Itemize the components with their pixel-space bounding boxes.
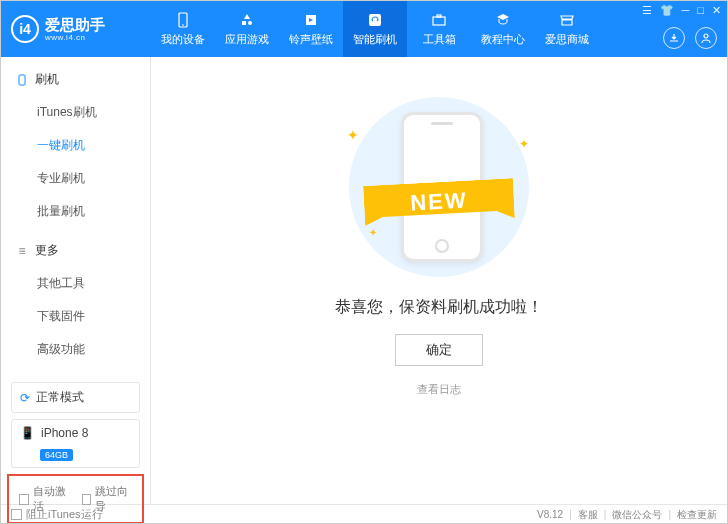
toolbox-icon xyxy=(430,11,448,29)
nav-label: 铃声壁纸 xyxy=(289,32,333,47)
flash-icon xyxy=(366,11,384,29)
tutorial-icon xyxy=(494,11,512,29)
settings-icon[interactable]: ☰ xyxy=(642,4,652,17)
nav-flash[interactable]: 智能刷机 xyxy=(343,1,407,57)
app-name: 爱思助手 xyxy=(45,17,105,32)
store-icon xyxy=(558,11,576,29)
content-area: ✦ ✦ ✦ NEW 恭喜您，保资料刷机成功啦！ 确定 查看日志 xyxy=(151,57,727,504)
nav-tutorial[interactable]: 教程中心 xyxy=(471,1,535,57)
sidebar-item-itunes-flash[interactable]: iTunes刷机 xyxy=(1,96,150,129)
app-logo: i4 爱思助手 www.i4.cn xyxy=(1,15,151,43)
sidebar-item-oneclick-flash[interactable]: 一键刷机 xyxy=(1,129,150,162)
phone-icon xyxy=(15,73,29,87)
top-nav: 我的设备 应用游戏 铃声壁纸 智能刷机 工具箱 教程中心 爱思商城 xyxy=(151,1,599,57)
svg-point-1 xyxy=(182,24,184,26)
nav-store[interactable]: 爱思商城 xyxy=(535,1,599,57)
logo-icon: i4 xyxy=(11,15,39,43)
nav-label: 应用游戏 xyxy=(225,32,269,47)
nav-label: 工具箱 xyxy=(423,32,456,47)
minimize-icon[interactable]: ─ xyxy=(682,4,690,17)
nav-toolbox[interactable]: 工具箱 xyxy=(407,1,471,57)
main-area: 刷机 iTunes刷机 一键刷机 专业刷机 批量刷机 ≡ 更多 其他工具 下载固… xyxy=(1,57,727,504)
sidebar-item-pro-flash[interactable]: 专业刷机 xyxy=(1,162,150,195)
success-illustration: ✦ ✦ ✦ NEW xyxy=(329,97,549,277)
svg-rect-7 xyxy=(19,75,25,85)
header: i4 爱思助手 www.i4.cn 我的设备 应用游戏 铃声壁纸 智能刷机 工具… xyxy=(1,1,727,57)
user-button[interactable] xyxy=(695,27,717,49)
device-icon xyxy=(174,11,192,29)
sidebar-item-advanced[interactable]: 高级功能 xyxy=(1,333,150,366)
close-icon[interactable]: ✕ xyxy=(712,4,721,17)
sidebar-section-more: ≡ 更多 xyxy=(1,238,150,263)
nav-label: 教程中心 xyxy=(481,32,525,47)
svg-rect-4 xyxy=(433,17,445,25)
nav-apps[interactable]: 应用游戏 xyxy=(215,1,279,57)
app-url: www.i4.cn xyxy=(45,34,105,42)
maximize-icon[interactable]: □ xyxy=(697,4,704,17)
check-update-link[interactable]: 检查更新 xyxy=(677,508,717,522)
nav-label: 爱思商城 xyxy=(545,32,589,47)
section-title: 刷机 xyxy=(35,71,59,88)
section-title: 更多 xyxy=(35,242,59,259)
version-label: V8.12 xyxy=(537,509,563,520)
mode-indicator[interactable]: ⟳ 正常模式 xyxy=(11,382,140,413)
ringtone-icon xyxy=(302,11,320,29)
sidebar-section-flash: 刷机 xyxy=(1,67,150,92)
mode-icon: ⟳ xyxy=(20,391,30,405)
star-icon: ✦ xyxy=(519,137,529,151)
download-button[interactable] xyxy=(663,27,685,49)
mode-label: 正常模式 xyxy=(36,389,84,406)
nav-device[interactable]: 我的设备 xyxy=(151,1,215,57)
view-log-link[interactable]: 查看日志 xyxy=(417,382,461,397)
more-icon: ≡ xyxy=(15,244,29,258)
apps-icon xyxy=(238,11,256,29)
svg-point-6 xyxy=(704,34,708,38)
star-icon: ✦ xyxy=(347,127,359,143)
phone-icon: 📱 xyxy=(20,426,35,440)
sidebar-item-batch-flash[interactable]: 批量刷机 xyxy=(1,195,150,228)
skin-icon[interactable]: 👕 xyxy=(660,4,674,17)
svg-rect-5 xyxy=(437,15,441,17)
device-indicator[interactable]: 📱 iPhone 8 64GB xyxy=(11,419,140,468)
nav-label: 智能刷机 xyxy=(353,32,397,47)
window-controls: ☰ 👕 ─ □ ✕ xyxy=(642,4,721,17)
nav-ringtone[interactable]: 铃声壁纸 xyxy=(279,1,343,57)
success-message: 恭喜您，保资料刷机成功啦！ xyxy=(335,297,543,318)
checkbox-label: 阻止iTunes运行 xyxy=(26,507,103,522)
header-actions xyxy=(663,27,717,49)
support-link[interactable]: 客服 xyxy=(578,508,598,522)
sidebar-item-other-tools[interactable]: 其他工具 xyxy=(1,267,150,300)
block-itunes-checkbox[interactable]: 阻止iTunes运行 xyxy=(11,507,103,522)
ok-button[interactable]: 确定 xyxy=(395,334,483,366)
storage-badge: 64GB xyxy=(40,449,73,461)
nav-label: 我的设备 xyxy=(161,32,205,47)
star-icon: ✦ xyxy=(369,227,377,238)
device-name: iPhone 8 xyxy=(41,426,88,440)
svg-rect-3 xyxy=(369,14,381,26)
sidebar-item-download-firmware[interactable]: 下载固件 xyxy=(1,300,150,333)
sidebar: 刷机 iTunes刷机 一键刷机 专业刷机 批量刷机 ≡ 更多 其他工具 下载固… xyxy=(1,57,151,504)
wechat-link[interactable]: 微信公众号 xyxy=(612,508,662,522)
